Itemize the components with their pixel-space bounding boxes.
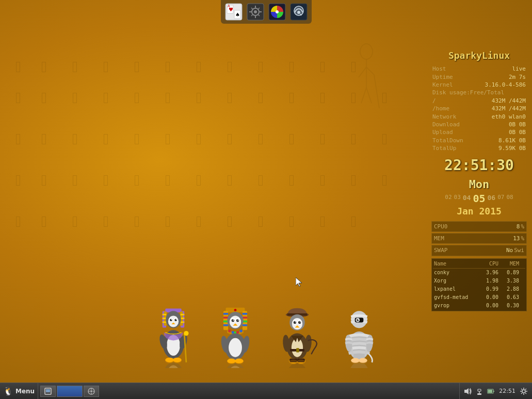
taskbar-volume-icon[interactable] <box>463 386 473 396</box>
conky-disk-root-value: 432M /442M <box>492 97 526 105</box>
svg-rect-212 <box>493 391 494 392</box>
svg-point-167 <box>298 321 301 324</box>
svg-text:𓁶: 𓁶 <box>382 130 388 147</box>
svg-text:𓏔: 𓏔 <box>289 172 295 189</box>
svg-rect-135 <box>242 324 247 326</box>
proc-name-gvfsd: gvfsd-metad <box>434 294 475 301</box>
svg-point-143 <box>237 320 238 321</box>
svg-point-168 <box>295 322 296 323</box>
svg-rect-211 <box>488 390 492 393</box>
svg-text:𓏑: 𓏑 <box>351 213 357 230</box>
svg-text:𓅓: 𓅓 <box>72 58 78 75</box>
svg-line-67 <box>361 88 366 103</box>
svg-rect-174 <box>296 348 299 352</box>
conky-uptime-label: Uptime <box>432 73 453 81</box>
proc-name-gvrop: gvrop <box>434 302 475 309</box>
taskbar-menu-button[interactable]: 🐧 Menu <box>0 383 38 399</box>
svg-text:𓈗: 𓈗 <box>134 130 140 147</box>
svg-rect-102 <box>180 318 184 319</box>
conky-totaldown-value: 8.61K 0B <box>498 137 526 144</box>
svg-text:𓊸: 𓊸 <box>196 213 202 230</box>
svg-line-65 <box>359 67 366 77</box>
penguin-indiana <box>274 306 320 368</box>
svg-text:𓀸: 𓀸 <box>351 172 357 189</box>
svg-line-69 <box>374 75 379 108</box>
taskbar-show-desktop[interactable] <box>40 386 56 397</box>
proc-name-xorg: Xorg <box>434 277 475 285</box>
conky-uptime-row: Uptime 2m 7s <box>431 73 527 81</box>
svg-text:𓆙: 𓆙 <box>103 58 109 75</box>
conky-kernel-row: Kernel 3.16.0-4-586 <box>431 81 527 89</box>
svg-text:𓀭: 𓀭 <box>351 130 357 147</box>
games-hub-icon[interactable] <box>267 2 287 22</box>
svg-point-140 <box>231 319 234 322</box>
svg-text:𓄿: 𓄿 <box>41 58 47 75</box>
svg-point-201 <box>90 390 92 392</box>
conky-kernel-value: 3.16.0-4-586 <box>485 81 526 89</box>
svg-text:𓈎: 𓈎 <box>134 172 140 189</box>
svg-text:𓌵: 𓌵 <box>258 58 264 75</box>
svg-point-137 <box>229 315 240 328</box>
steam-icon[interactable] <box>289 2 309 22</box>
taskbar-power-icon[interactable] <box>486 386 496 396</box>
svg-text:𓍵: 𓍵 <box>258 172 264 189</box>
svg-rect-209 <box>477 393 481 395</box>
svg-text:𓋙: 𓋙 <box>227 213 233 230</box>
taskbar-window-active[interactable] <box>57 386 83 397</box>
proc-mem-lxpanel: 2.88 <box>498 286 519 293</box>
svg-point-63 <box>360 44 373 59</box>
taskbar-network-icon[interactable] <box>474 386 485 396</box>
conky-title: SparkyLinux <box>431 49 527 62</box>
svg-text:𓉔: 𓉔 <box>165 130 171 147</box>
svg-point-159 <box>235 359 244 364</box>
conky-cpu-row: CPU0 8 % <box>431 221 527 232</box>
svg-text:𓊽: 𓊽 <box>196 172 202 189</box>
conky-month: Jan 2015 <box>431 205 527 218</box>
svg-point-105 <box>168 315 178 327</box>
svg-rect-131 <box>223 324 228 326</box>
taskbar-menu-label: Menu <box>15 388 35 395</box>
svg-text:𓎣: 𓎣 <box>320 213 326 230</box>
conky-cpu-value: 8 <box>517 223 520 230</box>
proc-row-xorg: Xorg 1.98 3.38 <box>433 277 525 285</box>
proc-row-conky: conky 3.96 0.89 <box>433 269 525 277</box>
svg-text:𓂀: 𓂀 <box>15 89 21 106</box>
taskbar-clock[interactable]: 22:51 <box>497 388 518 394</box>
cal-day-06: 06 <box>488 193 496 204</box>
svg-marker-206 <box>464 388 469 394</box>
conky-totalup-value: 9.59K 0B <box>498 144 526 152</box>
conky-disk-root-label: / <box>432 97 436 105</box>
settings-icon[interactable] <box>246 2 265 22</box>
conky-cpu-unit: % <box>521 223 524 230</box>
svg-text:𓍱: 𓍱 <box>258 130 264 147</box>
svg-text:𓐍: 𓐍 <box>351 89 357 106</box>
svg-text:𓆎: 𓆎 <box>72 172 78 189</box>
svg-point-145 <box>228 329 231 332</box>
conky-download-value: 0B 0B <box>509 121 526 128</box>
svg-point-163 <box>292 318 302 329</box>
svg-point-187 <box>356 319 359 321</box>
proc-cpu-gvrop: 0.00 <box>475 302 498 309</box>
svg-point-146 <box>231 331 234 334</box>
svg-text:𓊪: 𓊪 <box>196 89 202 106</box>
svg-point-118 <box>184 331 188 336</box>
solitaire-icon[interactable]: ♥ ♠ A <box>224 2 244 22</box>
svg-text:𓏏: 𓏏 <box>320 89 326 106</box>
taskbar-window-manager[interactable] <box>84 386 99 397</box>
svg-text:♠: ♠ <box>235 12 240 18</box>
taskbar-settings-tray-icon[interactable] <box>519 386 529 396</box>
svg-text:𓉛: 𓉛 <box>165 172 171 189</box>
svg-text:𓃻: 𓃻 <box>41 172 47 189</box>
proc-mem-gvrop: 0.30 <box>498 302 519 309</box>
svg-text:𓍸: 𓍸 <box>289 213 295 230</box>
svg-text:𓌀: 𓌀 <box>227 89 233 106</box>
svg-text:𓍛: 𓍛 <box>289 58 295 75</box>
svg-line-221 <box>521 393 522 394</box>
svg-line-218 <box>521 389 522 390</box>
svg-point-110 <box>171 319 172 320</box>
svg-point-194 <box>348 362 369 368</box>
proc-col-name: Name <box>434 260 475 268</box>
svg-text:𓐝: 𓐝 <box>320 130 326 147</box>
svg-point-166 <box>293 321 296 324</box>
svg-rect-98 <box>162 314 166 315</box>
